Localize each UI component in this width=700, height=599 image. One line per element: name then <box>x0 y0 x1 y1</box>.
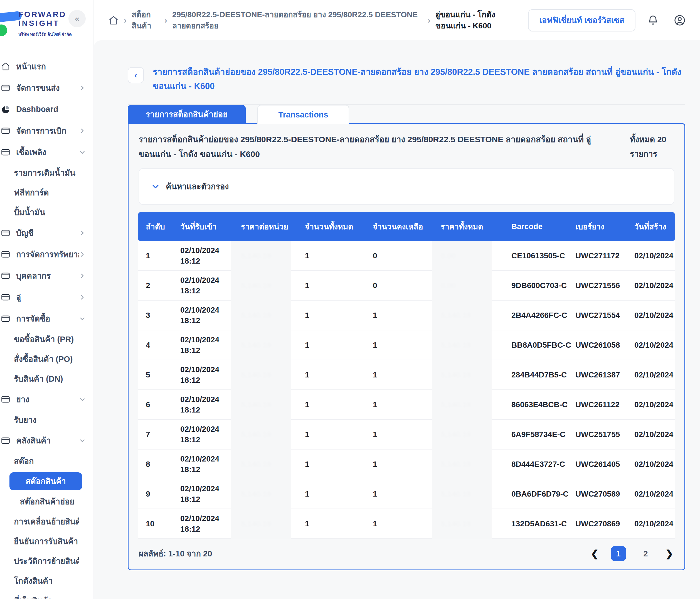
chevron-right-icon <box>79 272 86 280</box>
breadcrumb-item-product[interactable]: 295/80R22.5-DEESTONE-ลายดอกสร้อย ยาง 295… <box>172 9 423 31</box>
sidebar-item-label: ฟลีทการ์ด <box>14 186 79 199</box>
total-price-redaction-overlay <box>432 241 492 539</box>
cell-received: 02/10/2024 18:12 <box>177 424 230 445</box>
table-row[interactable]: 602/10/2024 18:125,140.19115,140.1986063… <box>138 390 675 420</box>
sidebar-item-19[interactable]: สต๊อก <box>0 451 93 471</box>
sidebar-item-6[interactable]: ฟลีทการ์ด <box>0 183 93 202</box>
sidebar-item-17[interactable]: รับยาง <box>0 410 93 430</box>
cell-created: 02/10/2024 <box>631 340 677 351</box>
sidebar-item-label: จัดการขนส่ง <box>16 81 79 94</box>
card-icon <box>0 314 12 324</box>
sidebar-item-1[interactable]: จัดการขนส่ง <box>0 77 93 98</box>
table-row[interactable]: 1002/10/2024 18:125,140.19115,140.19132D… <box>138 509 675 539</box>
page-button-2[interactable]: 2 <box>638 546 653 561</box>
sidebar-item-4[interactable]: เชื้อเพลิง <box>0 141 93 163</box>
unit-price-redaction-overlay <box>231 241 291 539</box>
sidebar-item-26[interactable]: ที่เก็บสินค้า <box>0 591 93 599</box>
chevron-right-icon <box>79 229 86 237</box>
sidebar-item-20[interactable]: สต๊อกสินค้า <box>8 471 93 491</box>
sidebar-item-22[interactable]: การเคลื่อนย้ายสินค้า <box>0 511 93 531</box>
sidebar-item-25[interactable]: โกดังสินค้า <box>0 571 93 591</box>
cell-no: 2 <box>138 280 177 291</box>
sidebar-item-label: อู่ <box>16 291 79 304</box>
breadcrumb: › สต็อก สินค้า › 295/80R22.5-DEESTONE-ลา… <box>108 9 524 31</box>
cell-created: 02/10/2024 <box>631 489 677 499</box>
column-header-8: เบอร์ยาง <box>572 220 631 233</box>
table-row[interactable]: 102/10/2024 18:125,140.19100.00CE1061350… <box>138 241 675 271</box>
tab-substock-list[interactable]: รายการสต็อกสินค้าย่อย <box>128 105 246 124</box>
tab-transactions[interactable]: Transactions <box>257 105 349 124</box>
sidebar-item-label: โกดังสินค้า <box>14 575 79 587</box>
cell-barcode: 6A9F58734E-C <box>508 429 572 440</box>
notifications-button[interactable] <box>644 11 662 29</box>
sidebar-item-14[interactable]: สั่งซื้อสินค้า (PO) <box>0 349 93 369</box>
cell-qty_remaining: 0 <box>370 250 438 261</box>
user-avatar-icon <box>674 14 686 26</box>
app-root: FORWARD INSIGHT บริษัท ฟอร์เวิร์ด อินไซท… <box>0 0 700 599</box>
card-icon <box>0 228 12 238</box>
column-header-7: Barcode <box>508 222 572 231</box>
column-header-2: วันที่รับเข้า <box>177 220 238 233</box>
account-button[interactable] <box>671 11 689 29</box>
sidebar-item-8[interactable]: บัญชี <box>0 222 93 243</box>
sidebar-item-7[interactable]: ปั้มน้ำมัน <box>0 202 93 222</box>
chevron-down-icon <box>79 437 86 444</box>
brand-name-line2: INSIGHT <box>18 19 66 28</box>
back-button[interactable]: ‹ <box>128 67 144 83</box>
table-row[interactable]: 502/10/2024 18:125,140.19115,140.19284B4… <box>138 360 675 390</box>
cell-received: 02/10/2024 18:12 <box>177 245 230 266</box>
sidebar-item-3[interactable]: จัดการการเบิก <box>0 120 93 141</box>
cell-no: 10 <box>138 519 177 529</box>
sidebar-item-18[interactable]: คลังสินค้า <box>0 430 93 451</box>
sidebar-item-12[interactable]: การจัดซื้อ <box>0 308 93 329</box>
card-icon <box>0 83 12 93</box>
sidebar-item-label: ประวัติการย้ายสินค้า (สินค้า) <box>14 555 79 568</box>
sidebar-item-23[interactable]: ยืนยันการรับสินค้า <box>0 531 93 551</box>
sidebar-item-11[interactable]: อู่ <box>0 286 93 308</box>
previous-page-button[interactable]: ❮ <box>591 548 599 559</box>
cell-barcode: 2B4A4266FC-C <box>508 310 572 321</box>
breadcrumb-separator: › <box>428 16 430 25</box>
cell-barcode: 8D444E3727-C <box>508 459 572 470</box>
cell-qty_remaining: 1 <box>370 459 438 470</box>
sidebar-collapse-button[interactable]: « <box>69 10 86 27</box>
sidebar-item-5[interactable]: รายการเติมน้ำมัน <box>0 163 93 183</box>
next-page-button[interactable]: ❯ <box>666 548 674 559</box>
organization-button[interactable]: เอฟฟิเชี่ยนท์ เซอร์วิสเซส <box>528 9 635 31</box>
search-filter-toggle[interactable]: ค้นหาและตัวกรอง <box>139 168 674 205</box>
sidebar-item-0[interactable]: หน้าแรก <box>0 56 93 77</box>
sidebar-item-label: ขอซื้อสินค้า (PR) <box>14 333 79 346</box>
cell-created: 02/10/2024 <box>631 400 677 410</box>
sidebar-item-16[interactable]: ยาง <box>0 388 93 410</box>
sidebar-item-24[interactable]: ประวัติการย้ายสินค้า (สินค้า) <box>0 551 93 571</box>
table-row[interactable]: 202/10/2024 18:125,140.19100.009DB600C70… <box>138 271 675 301</box>
table-row[interactable]: 902/10/2024 18:125,140.19115,140.190BA6D… <box>138 479 675 509</box>
table-row[interactable]: 302/10/2024 18:125,140.19115,140.192B4A4… <box>138 301 675 330</box>
sidebar-item-10[interactable]: บุคคลากร <box>0 265 93 286</box>
home-icon[interactable] <box>108 15 119 26</box>
sidebar-item-21[interactable]: สต๊อกสินค้าย่อย <box>8 491 93 511</box>
cell-qty_total: 1 <box>302 310 370 321</box>
sidebar-item-13[interactable]: ขอซื้อสินค้า (PR) <box>0 329 93 349</box>
brand-logo: FORWARD INSIGHT บริษัท ฟอร์เวิร์ด อินไซท… <box>0 0 93 56</box>
pagination: ❮ 1 2 ❯ <box>591 546 673 561</box>
cell-tire_no: UWC271556 <box>572 280 631 291</box>
breadcrumb-item-stock[interactable]: สต็อก สินค้า <box>132 9 159 31</box>
cell-no: 8 <box>138 459 177 470</box>
table-row[interactable]: 402/10/2024 18:125,140.19115,140.19BB8A0… <box>138 330 675 360</box>
cell-tire_no: UWC261122 <box>572 400 631 410</box>
sidebar-item-label: ยาง <box>16 393 79 406</box>
page-button-1[interactable]: 1 <box>611 546 626 561</box>
table-row[interactable]: 802/10/2024 18:125,140.19115,140.198D444… <box>138 450 675 479</box>
sidebar-item-9[interactable]: การจัดการทรัพยากร <box>0 243 93 265</box>
sidebar-item-label: ยืนยันการรับสินค้า <box>14 535 79 548</box>
table-header-row: ลำดับวันที่รับเข้าราคาต่อหน่วยจำนวนทั้งห… <box>138 212 675 241</box>
column-header-5: จำนวนคงเหลือ <box>370 220 438 233</box>
sidebar-item-label: การจัดการทรัพยากร <box>16 248 79 261</box>
cell-tire_no: UWC270589 <box>572 489 631 499</box>
cell-tire_no: UWC261058 <box>572 340 631 351</box>
sidebar-item-15[interactable]: รับสินค้า (DN) <box>0 369 93 388</box>
card-icon <box>0 292 12 302</box>
table-row[interactable]: 702/10/2024 18:125,140.19115,140.196A9F5… <box>138 420 675 450</box>
sidebar-item-2[interactable]: Dashboard <box>0 98 93 120</box>
